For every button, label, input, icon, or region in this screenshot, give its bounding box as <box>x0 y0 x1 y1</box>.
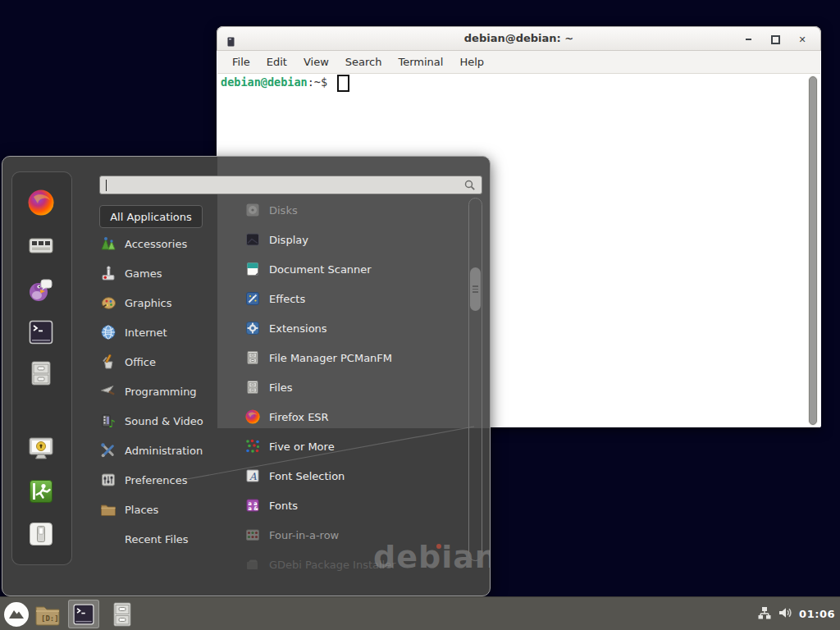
app-item-five-or-more[interactable]: Five or More <box>235 434 463 459</box>
internet-icon <box>99 323 117 341</box>
firefox-esr-icon <box>244 409 261 425</box>
folder-launcher[interactable]: [D:] <box>33 600 62 628</box>
window-title: debian@debian: ~ <box>217 32 820 44</box>
category-label: Administration <box>125 445 203 457</box>
effects-icon <box>244 290 261 307</box>
menu-terminal[interactable]: Terminal <box>390 56 451 68</box>
firefox-launcher[interactable] <box>27 189 55 217</box>
menu-button[interactable] <box>2 600 31 628</box>
svg-text:[D:]: [D:] <box>41 614 59 623</box>
desktop: debian@debian: ~ ✕ File Edit View Search… <box>0 0 840 630</box>
app-item-gdebi-package-installer[interactable]: GDebi Package Installer <box>235 552 463 577</box>
prompt-user: debian@debian <box>221 75 308 89</box>
shell-prompt: debian@debian:~$ <box>221 75 327 89</box>
app-label: Extensions <box>269 322 327 335</box>
font-selection-icon: A <box>244 468 261 484</box>
clock[interactable]: 01:06 <box>799 608 835 620</box>
app-label: Effects <box>269 293 305 305</box>
menu-help[interactable]: Help <box>451 56 492 68</box>
menu-file[interactable]: File <box>224 56 258 68</box>
category-administration[interactable]: Administration <box>99 439 231 462</box>
gdebi-package-installer-icon <box>244 556 261 573</box>
terminal-launcher-fav[interactable] <box>27 318 55 346</box>
category-recent-files[interactable]: Recent Files <box>99 527 231 550</box>
app-item-document-scanner[interactable]: Document Scanner <box>235 257 463 281</box>
app-item-effects[interactable]: Effects <box>235 286 463 311</box>
app-list-scrollbar[interactable] <box>468 198 482 561</box>
app-label: Four-in-a-row <box>269 529 339 541</box>
terminal-menubar: File Edit View Search Terminal Help <box>217 51 820 74</box>
svg-text:a &: a & <box>249 505 259 512</box>
administration-icon <box>99 441 117 459</box>
app-item-fonts[interactable]: a aa & Fonts <box>235 493 463 518</box>
category-internet[interactable]: Internet <box>99 321 231 344</box>
lock-screen-button[interactable] <box>27 435 55 463</box>
document-scanner-icon <box>244 261 261 277</box>
shutdown-button[interactable] <box>27 520 55 548</box>
app-label: Files <box>269 381 293 394</box>
file-cabinet-launcher[interactable] <box>107 600 137 628</box>
app-item-file-manager-pcmanfm[interactable]: File Manager PCManFM <box>235 345 463 370</box>
recent-files-spacer <box>99 530 117 548</box>
five-or-more-icon <box>244 438 261 454</box>
app-item-files[interactable]: Files <box>235 375 463 399</box>
office-icon <box>99 353 117 371</box>
app-item-four-in-a-row[interactable]: Four-in-a-row <box>235 523 463 547</box>
preferences-icon <box>99 471 117 489</box>
menu-view[interactable]: View <box>295 56 337 68</box>
network-icon[interactable] <box>757 605 772 623</box>
graphics-icon <box>99 294 117 312</box>
terminal-scrollbar-thumb[interactable] <box>809 76 817 425</box>
search-icon <box>463 179 477 195</box>
category-label: Preferences <box>125 474 187 486</box>
maximize-button[interactable] <box>769 33 782 46</box>
terminal-taskbar-button[interactable] <box>68 600 99 628</box>
places-icon <box>99 500 117 518</box>
app-label: Display <box>269 234 308 246</box>
app-item-font-selection[interactable]: A Font Selection <box>235 463 463 488</box>
category-label: Games <box>125 267 162 280</box>
app-label: Fonts <box>269 500 298 512</box>
terminal-scrollbar[interactable] <box>808 75 818 426</box>
app-item-disks[interactable]: Disks <box>235 198 463 222</box>
category-accessories[interactable]: Accessories <box>99 232 231 255</box>
app-label: Document Scanner <box>269 263 372 276</box>
menu-edit[interactable]: Edit <box>258 56 295 68</box>
application-menu: debian <box>2 156 491 596</box>
category-preferences[interactable]: Preferences <box>99 468 231 491</box>
accessories-icon <box>99 235 117 253</box>
search-input[interactable] <box>99 176 482 194</box>
all-applications-button[interactable]: All Applications <box>99 205 203 228</box>
file-manager-launcher-fav[interactable] <box>27 359 55 387</box>
category-places[interactable]: Places <box>99 498 231 521</box>
pidgin-launcher[interactable] <box>27 276 55 304</box>
minimize-button[interactable] <box>742 33 755 46</box>
category-programming[interactable]: Programming <box>99 380 231 403</box>
software-manager-launcher[interactable] <box>27 231 55 259</box>
app-label: Firefox ESR <box>269 411 329 423</box>
taskbar: [D:] 01:06 <box>0 596 840 630</box>
sound-video-icon: ♪ <box>99 412 117 430</box>
category-label: Accessories <box>125 238 187 250</box>
category-sound-video[interactable]: ♪ Sound & Video <box>99 409 231 432</box>
category-label: Internet <box>125 326 167 339</box>
menu-search[interactable]: Search <box>337 56 390 68</box>
app-label: GDebi Package Installer <box>269 559 396 571</box>
volume-icon[interactable] <box>778 605 793 623</box>
app-list-scrollbar-thumb[interactable] <box>470 267 481 311</box>
category-label: Programming <box>125 386 197 398</box>
app-item-firefox-esr[interactable]: Firefox ESR <box>235 404 463 429</box>
terminal-titlebar[interactable]: debian@debian: ~ ✕ <box>217 26 821 51</box>
close-button[interactable]: ✕ <box>796 33 809 46</box>
file-manager-pcmanfm-icon <box>244 349 261 366</box>
category-games[interactable]: Games <box>99 262 231 285</box>
fonts-icon: a aa & <box>244 497 261 514</box>
category-office[interactable]: Office <box>99 350 231 373</box>
app-item-extensions[interactable]: Extensions <box>235 316 463 340</box>
disks-icon <box>244 202 261 218</box>
category-label: Sound & Video <box>125 415 203 427</box>
category-graphics[interactable]: Graphics <box>99 291 231 314</box>
app-item-display[interactable]: Display <box>235 227 463 252</box>
app-label: Five or More <box>269 441 335 453</box>
logout-button[interactable] <box>27 477 55 505</box>
